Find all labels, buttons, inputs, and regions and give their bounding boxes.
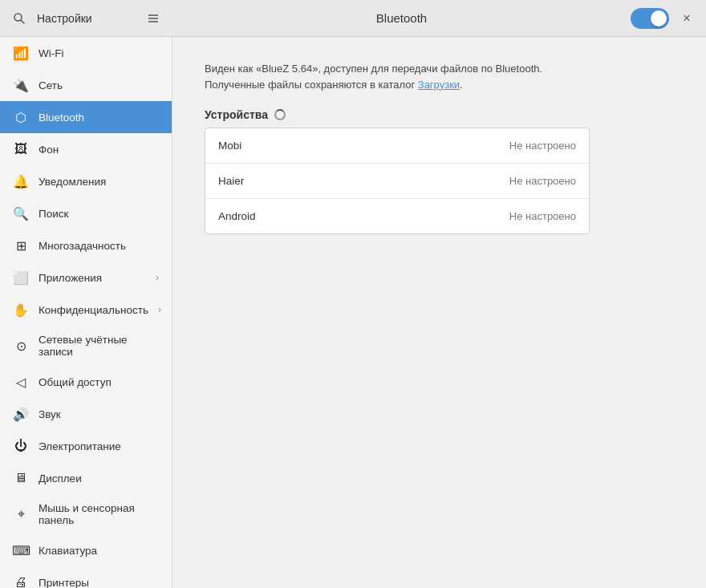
chevron-icon-privacy: ›: [158, 304, 161, 315]
sidebar-label-power: Электропитание: [39, 440, 159, 452]
sidebar-label-accounts: Сетевые учётные записи: [39, 334, 159, 358]
titlebar-left: Настройки: [0, 7, 172, 30]
device-name: Mobi: [218, 140, 509, 152]
sidebar: 📶Wi-Fi🔌Сеть⬡Bluetooth🖼Фон🔔Уведомления🔍По…: [0, 37, 172, 588]
background-icon: 🖼: [13, 141, 29, 157]
bluetooth-icon: ⬡: [13, 109, 29, 125]
table-row[interactable]: MobiНе настроено: [205, 128, 589, 164]
sidebar-label-displays: Дисплеи: [39, 472, 159, 485]
sidebar-item-accounts[interactable]: ⊙Сетевые учётные записи: [0, 326, 172, 366]
devices-section: Устройства MobiНе настроеноHaierНе настр…: [205, 108, 674, 234]
sidebar-label-sound: Звук: [39, 408, 159, 420]
sidebar-item-displays[interactable]: 🖥Дисплеи: [0, 462, 172, 494]
titlebar-right: ×: [631, 8, 706, 29]
apps-icon: ⬜: [13, 270, 29, 286]
sidebar-item-printers[interactable]: 🖨Принтеры: [0, 566, 172, 588]
device-status: Не настроено: [509, 140, 576, 152]
bluetooth-toggle[interactable]: [631, 8, 669, 29]
content-area: Виден как «BlueZ 5.64», доступен для пер…: [172, 37, 706, 588]
device-name: Haier: [218, 175, 509, 187]
sidebar-item-sharing[interactable]: ◁Общий доступ: [0, 366, 172, 398]
table-row[interactable]: AndroidНе настроено: [205, 199, 589, 233]
search-icon: [13, 12, 26, 25]
loading-spinner: [274, 109, 286, 120]
table-row[interactable]: HaierНе настроено: [205, 164, 589, 199]
device-name: Android: [218, 210, 509, 222]
sidebar-label-privacy: Конфиденциальность: [39, 304, 148, 316]
sidebar-item-wifi[interactable]: 📶Wi-Fi: [0, 37, 172, 69]
info-suffix: .: [460, 79, 463, 91]
sidebar-item-apps[interactable]: ⬜Приложения›: [0, 262, 172, 294]
chevron-icon-apps: ›: [156, 272, 159, 283]
sidebar-label-bluetooth: Bluetooth: [39, 112, 159, 124]
accounts-icon: ⊙: [13, 338, 29, 354]
sidebar-label-keyboard: Клавиатура: [39, 545, 159, 557]
sidebar-label-background: Фон: [39, 144, 159, 156]
downloads-link[interactable]: Загрузки: [418, 79, 460, 91]
mouse-icon: ⌖: [13, 506, 29, 522]
sound-icon: 🔊: [13, 406, 29, 422]
sidebar-item-notifications[interactable]: 🔔Уведомления: [0, 165, 172, 197]
toggle-thumb: [651, 10, 667, 26]
sidebar-label-network: Сеть: [39, 79, 159, 91]
sidebar-label-sharing: Общий доступ: [39, 376, 159, 388]
titlebar: Настройки Bluetooth ×: [0, 0, 706, 37]
sidebar-item-mouse[interactable]: ⌖Мышь и сенсорная панель: [0, 494, 172, 534]
search-button[interactable]: [8, 7, 30, 30]
sidebar-label-apps: Приложения: [39, 272, 146, 284]
close-button[interactable]: ×: [677, 9, 696, 28]
app-title: Настройки: [37, 12, 136, 25]
devices-table: MobiНе настроеноHaierНе настроеноAndroid…: [205, 128, 590, 234]
sidebar-item-keyboard[interactable]: ⌨Клавиатура: [0, 534, 172, 566]
menu-button[interactable]: [142, 7, 164, 30]
sidebar-label-search: Поиск: [39, 208, 159, 220]
sidebar-item-sound[interactable]: 🔊Звук: [0, 398, 172, 430]
network-icon: 🔌: [13, 77, 29, 93]
displays-icon: 🖥: [13, 470, 29, 486]
multitasking-icon: ⊞: [13, 237, 29, 253]
printers-icon: 🖨: [13, 574, 29, 588]
sidebar-label-mouse: Мышь и сенсорная панель: [39, 502, 159, 526]
sidebar-item-privacy[interactable]: ✋Конфиденциальность›: [0, 294, 172, 326]
sidebar-label-wifi: Wi-Fi: [39, 47, 159, 59]
power-icon: ⏻: [13, 438, 29, 454]
main-layout: 📶Wi-Fi🔌Сеть⬡Bluetooth🖼Фон🔔Уведомления🔍По…: [0, 37, 706, 588]
sidebar-label-notifications: Уведомления: [39, 176, 159, 188]
sharing-icon: ◁: [13, 374, 29, 390]
sidebar-item-multitasking[interactable]: ⊞Многозадачность: [0, 229, 172, 262]
sidebar-item-network[interactable]: 🔌Сеть: [0, 69, 172, 101]
device-status: Не настроено: [509, 175, 576, 187]
info-text: Виден как «BlueZ 5.64», доступен для пер…: [205, 61, 606, 92]
info-main-text: Виден как «BlueZ 5.64», доступен для пер…: [205, 63, 542, 91]
sidebar-item-search[interactable]: 🔍Поиск: [0, 197, 172, 229]
privacy-icon: ✋: [13, 302, 29, 318]
page-title: Bluetooth: [172, 11, 631, 25]
svg-line-1: [21, 20, 24, 23]
sidebar-item-background[interactable]: 🖼Фон: [0, 133, 172, 165]
keyboard-icon: ⌨: [13, 542, 29, 558]
device-status: Не настроено: [509, 210, 576, 222]
sidebar-item-power[interactable]: ⏻Электропитание: [0, 430, 172, 462]
devices-header: Устройства: [205, 108, 674, 121]
menu-icon: [147, 12, 160, 25]
devices-title: Устройства: [205, 108, 268, 121]
search-icon: 🔍: [13, 205, 29, 221]
notifications-icon: 🔔: [13, 173, 29, 189]
sidebar-item-bluetooth[interactable]: ⬡Bluetooth: [0, 101, 172, 133]
sidebar-label-printers: Принтеры: [39, 577, 159, 589]
wifi-icon: 📶: [13, 45, 29, 61]
sidebar-label-multitasking: Многозадачность: [39, 240, 159, 252]
